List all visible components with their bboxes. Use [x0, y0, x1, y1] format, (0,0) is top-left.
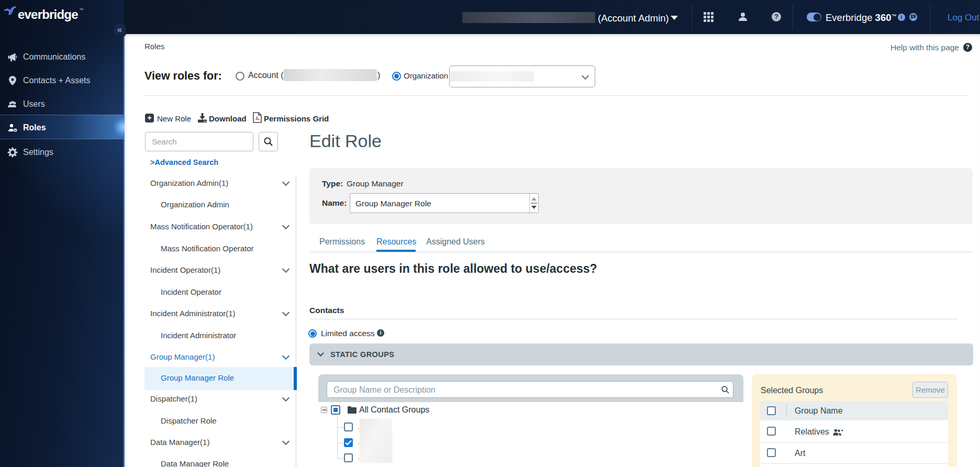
svg-text:everbridge: everbridge — [18, 7, 78, 21]
svg-text:™: ™ — [79, 7, 84, 13]
